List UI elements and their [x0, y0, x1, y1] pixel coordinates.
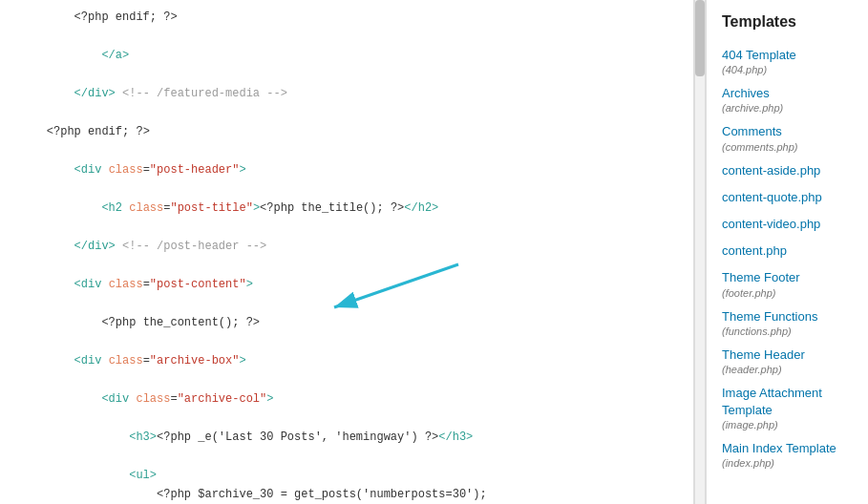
template-item-4[interactable]: content-quote.php	[707, 184, 868, 211]
template-name-4[interactable]: content-quote.php	[722, 189, 853, 206]
code-line-11: <h2 class="post-title"><?php the_title()…	[19, 199, 693, 218]
code-line-1: <?php endif; ?>	[19, 8, 693, 27]
template-name-11[interactable]: Main Index Template	[722, 440, 853, 457]
template-name-3[interactable]: content-aside.php	[722, 162, 853, 179]
template-name-9[interactable]: Theme Header	[722, 346, 853, 364]
code-line-13: </div> <!-- /post-header -->	[19, 237, 693, 256]
code-line-25: <ul>	[19, 466, 693, 485]
code-line-24	[19, 447, 693, 466]
template-name-6[interactable]: content.php	[722, 242, 853, 260]
template-file-8: (functions.php)	[722, 326, 853, 337]
code-line-6	[19, 103, 693, 122]
code-line-22	[19, 409, 693, 428]
sidebar-title: Templates	[707, 10, 868, 42]
template-file-10: (image.php)	[722, 419, 853, 430]
template-item-2[interactable]: Comments (comments.php)	[707, 118, 868, 157]
template-name-2[interactable]: Comments	[722, 123, 853, 140]
code-line-16	[19, 294, 693, 313]
template-file-1: (archive.php)	[722, 102, 853, 114]
code-line-19: <div class="archive-box">	[19, 351, 693, 370]
code-line-14	[19, 256, 693, 275]
code-line-18	[19, 332, 693, 351]
code-line-2	[19, 27, 693, 46]
template-name-1[interactable]: Archives	[722, 85, 853, 102]
code-line-9: <div class="post-header">	[19, 160, 693, 179]
code-editor: <?php endif; ?> </a> </div> <!-- /featur…	[0, 0, 694, 504]
template-item-9[interactable]: Theme Header (header.php)	[707, 342, 868, 380]
template-name-7[interactable]: Theme Footer	[722, 269, 853, 286]
code-line-15: <div class="post-content">	[19, 275, 693, 294]
template-name-8[interactable]: Theme Functions	[722, 308, 853, 326]
template-item-7[interactable]: Theme Footer (footer.php)	[707, 264, 868, 303]
template-name-5[interactable]: content-video.php	[722, 216, 853, 233]
code-line-17: <?php the_content(); ?>	[19, 313, 693, 332]
template-item-1[interactable]: Archives (archive.php)	[707, 80, 868, 118]
templates-sidebar: Templates 404 Template (404.php) Archive…	[706, 0, 868, 504]
template-file-9: (header.php)	[722, 364, 853, 375]
template-file-0: (404.php)	[722, 64, 853, 75]
scrollbar-thumb[interactable]	[695, 0, 705, 76]
template-item-5[interactable]: content-video.php	[707, 211, 868, 238]
center-scrollbar[interactable]	[694, 0, 706, 504]
template-item-6[interactable]: content.php	[707, 238, 868, 264]
template-item-8[interactable]: Theme Functions (functions.php)	[707, 304, 868, 342]
code-line-21: <div class="archive-col">	[19, 389, 693, 409]
template-item-3[interactable]: content-aside.php	[707, 158, 868, 184]
code-line-5: </div> <!-- /featured-media -->	[19, 84, 693, 103]
template-item-11[interactable]: Main Index Template (index.php)	[707, 435, 868, 473]
code-line-23: <h3><?php _e('Last 30 Posts', 'hemingway…	[19, 428, 693, 447]
template-file-11: (index.php)	[722, 457, 853, 469]
code-scroll-area[interactable]: <?php endif; ?> </a> </div> <!-- /featur…	[0, 0, 693, 504]
template-name-0[interactable]: 404 Template	[722, 47, 853, 64]
code-line-4	[19, 65, 693, 84]
code-line-8	[19, 141, 693, 160]
template-item-0[interactable]: 404 Template (404.php)	[707, 42, 868, 80]
code-line-3: </a>	[19, 46, 693, 65]
code-line-10	[19, 179, 693, 199]
code-line-12	[19, 218, 693, 237]
code-line-26: <?php $archive_30 = get_posts('numberpos…	[19, 485, 693, 504]
template-name-10[interactable]: Image Attachment Template	[722, 385, 853, 419]
template-file-7: (footer.php)	[722, 287, 853, 299]
template-item-10[interactable]: Image Attachment Template (image.php)	[707, 380, 868, 435]
code-line-20	[19, 370, 693, 389]
code-line-7: <?php endif; ?>	[19, 122, 693, 141]
template-file-2: (comments.php)	[722, 141, 853, 153]
